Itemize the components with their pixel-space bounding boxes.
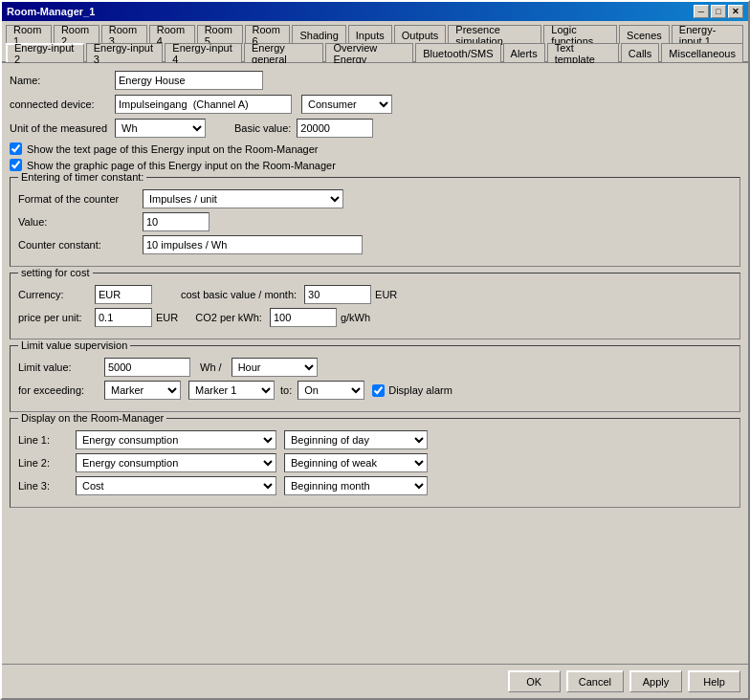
limit-group: Limit value supervision Limit value: Wh … <box>10 345 740 412</box>
line3-row: Line 3: Cost Beginning month <box>18 476 732 495</box>
limit-label: Limit value: <box>18 361 104 373</box>
tab-text-template[interactable]: Text template <box>547 43 619 62</box>
connected-device-label: connected device: <box>10 98 115 110</box>
apply-button[interactable]: Apply <box>629 670 682 692</box>
tab-energy-general[interactable]: Energy general <box>244 43 323 62</box>
to-label: to: <box>280 384 292 396</box>
co2-input[interactable] <box>270 308 337 327</box>
tab-content: Name: connected device: Consumer Unit of… <box>2 63 748 664</box>
tab-alerts[interactable]: Alerts <box>503 43 545 62</box>
window-title: Room-Manager_1 <box>7 6 95 17</box>
consumer-dropdown[interactable]: Consumer <box>301 95 392 114</box>
tab-presence-simulation[interactable]: Presence simulation <box>448 25 541 44</box>
checkbox-text-page[interactable] <box>10 142 22 155</box>
exceeding-label: for exceeding: <box>18 384 104 396</box>
on-dropdown[interactable]: On <box>298 381 364 400</box>
timer-constant-group: Entering of timer constant: Format of th… <box>10 177 740 267</box>
unit-dropdown[interactable]: Wh <box>115 119 206 138</box>
tab-miscellaneous[interactable]: Miscellaneous <box>661 43 743 62</box>
checkbox-graphic-page[interactable] <box>10 159 22 171</box>
maximize-button[interactable]: □ <box>711 5 726 18</box>
checkbox1-label: Show the text page of this Energy input … <box>27 143 319 155</box>
co2-unit: g/kWh <box>341 312 370 323</box>
wh-label: Wh / <box>200 361 222 373</box>
line3-label: Line 3: <box>18 480 76 492</box>
tab-energy-input4[interactable]: Energy-input 4 <box>165 43 242 62</box>
name-row: Name: <box>10 71 740 90</box>
period-dropdown[interactable]: Hour <box>232 358 318 377</box>
tab-energy-input2[interactable]: Energy-input 2 <box>6 43 84 62</box>
tab-overview-energy[interactable]: Overview Energy <box>325 43 413 62</box>
price-input[interactable] <box>95 308 152 327</box>
currency-label: Currency: <box>18 289 95 300</box>
marker-dropdown[interactable]: Marker <box>104 381 181 400</box>
tab-energy-input1[interactable]: Energy-input 1 <box>672 25 743 44</box>
line2-label: Line 2: <box>18 457 76 469</box>
line3-period-dropdown[interactable]: Beginning month <box>284 476 428 495</box>
connected-device-row: connected device: Consumer <box>10 95 740 114</box>
line3-type-dropdown[interactable]: Cost <box>76 476 276 495</box>
display-alarm-label: Display alarm <box>388 384 452 396</box>
limit-row: Limit value: Wh / Hour <box>18 358 732 377</box>
tab-calls[interactable]: Calls <box>621 43 659 62</box>
price-unit: EUR <box>156 312 178 323</box>
title-bar: Room-Manager_1 ─ □ ✕ <box>2 2 748 21</box>
title-bar-buttons: ─ □ ✕ <box>694 5 743 18</box>
name-input[interactable] <box>115 71 263 90</box>
line1-row: Line 1: Energy consumption Beginning of … <box>18 430 732 449</box>
unit-label: Unit of the measured <box>10 122 115 134</box>
tab-room1[interactable]: Room 1 <box>6 25 52 44</box>
tab-scenes[interactable]: Scenes <box>619 25 670 44</box>
close-button[interactable]: ✕ <box>728 5 743 18</box>
tab-room2[interactable]: Room 2 <box>54 25 99 44</box>
timer-constant-label: Entering of timer constant: <box>18 171 146 183</box>
value-row: Value: <box>18 212 732 231</box>
price-label: price per unit: <box>18 312 95 323</box>
name-label: Name: <box>10 75 115 86</box>
line1-period-dropdown[interactable]: Beginning of day <box>284 430 428 449</box>
checkbox1-row: Show the text page of this Energy input … <box>10 142 740 155</box>
co2-label: CO2 per kWh: <box>195 312 262 323</box>
basic-value-label: Basic value: <box>234 122 291 134</box>
limit-group-label: Limit value supervision <box>18 339 130 351</box>
display-alarm-checkbox[interactable] <box>372 384 385 397</box>
counter-row: Counter constant: <box>18 235 732 254</box>
cost-basic-unit: EUR <box>375 289 397 300</box>
tab-bluetooth-sms[interactable]: Bluetooth/SMS <box>415 43 500 62</box>
exceeding-row: for exceeding: Marker Marker 1 to: On Di… <box>18 381 732 400</box>
display-group: Display on the Room-Manager Line 1: Ener… <box>10 418 740 508</box>
tab-energy-input3[interactable]: Energy-input 3 <box>86 43 164 62</box>
value-input[interactable] <box>143 212 210 231</box>
minimize-button[interactable]: ─ <box>694 5 709 18</box>
ok-button[interactable]: OK <box>508 670 561 692</box>
counter-label: Counter constant: <box>18 239 143 251</box>
counter-input[interactable] <box>143 235 363 254</box>
connected-device-input[interactable] <box>115 95 292 114</box>
cost-group-label: setting for cost <box>18 267 93 278</box>
format-label: Format of the counter <box>18 193 143 205</box>
checkbox2-label: Show the graphic page of this Energy inp… <box>27 160 336 171</box>
basic-value-input[interactable] <box>297 119 373 138</box>
cancel-button[interactable]: Cancel <box>566 670 624 692</box>
tabs-container: Room 1 Room 2 Room 3 Room 4 Room 5 Room … <box>2 21 748 63</box>
help-button[interactable]: Help <box>688 670 740 692</box>
line2-row: Line 2: Energy consumption Beginning of … <box>18 453 732 472</box>
display-group-label: Display on the Room-Manager <box>18 412 166 424</box>
format-dropdown[interactable]: Impulses / unit <box>143 189 343 208</box>
line1-label: Line 1: <box>18 434 76 446</box>
format-row: Format of the counter Impulses / unit <box>18 189 732 208</box>
marker1-dropdown[interactable]: Marker 1 <box>188 381 275 400</box>
main-window: Room-Manager_1 ─ □ ✕ Room 1 Room 2 Room … <box>0 0 750 700</box>
line1-type-dropdown[interactable]: Energy consumption <box>76 430 276 449</box>
price-row: price per unit: EUR CO2 per kWh: g/kWh <box>18 308 732 327</box>
unit-row: Unit of the measured Wh Basic value: <box>10 119 740 138</box>
currency-row: Currency: cost basic value / month: EUR <box>18 285 732 304</box>
checkbox2-row: Show the graphic page of this Energy inp… <box>10 159 740 171</box>
line2-period-dropdown[interactable]: Beginning of weak <box>284 453 428 472</box>
cost-basic-input[interactable] <box>304 285 371 304</box>
currency-input[interactable] <box>95 285 152 304</box>
line2-type-dropdown[interactable]: Energy consumption <box>76 453 276 472</box>
bottom-bar: OK Cancel Apply Help <box>2 664 748 698</box>
cost-group: setting for cost Currency: cost basic va… <box>10 273 740 339</box>
limit-input[interactable] <box>104 358 190 377</box>
